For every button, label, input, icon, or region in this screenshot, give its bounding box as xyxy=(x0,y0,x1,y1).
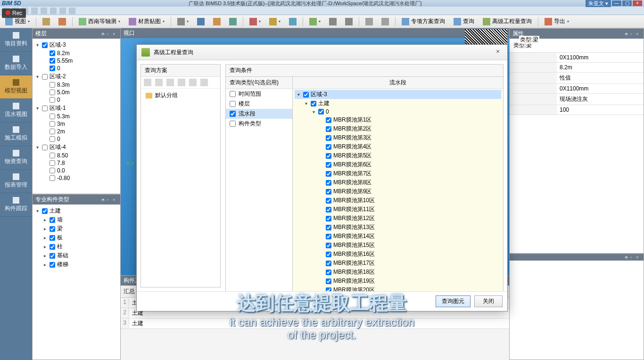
tree-row[interactable]: MBR膜池第13区 xyxy=(295,223,501,232)
floor-tree[interactable]: ▾区域-38.2m5.55m0▾区域-28.3m5.0m0▾区域-15.3m3m… xyxy=(33,39,120,194)
expand-icon[interactable]: ▸ xyxy=(42,262,48,267)
tree-row[interactable]: MBR膜池第20区 xyxy=(295,286,501,291)
tree-row[interactable]: MBR膜池第1区 xyxy=(295,115,501,124)
measure-button[interactable] xyxy=(39,16,53,27)
minimize-button[interactable]: — xyxy=(612,0,621,6)
tool-button[interactable] xyxy=(378,16,392,27)
tree-row[interactable]: MBR膜池第7区 xyxy=(295,169,501,178)
qa-icon[interactable] xyxy=(31,8,38,14)
default-group-item[interactable]: 默认分组 xyxy=(141,89,220,102)
dialog-titlebar[interactable]: 高级工程量查询 × xyxy=(137,45,507,60)
export-dropdown[interactable]: 导出▾ xyxy=(541,16,572,27)
tree-row[interactable]: -0.80 xyxy=(33,174,119,182)
tree-row[interactable]: MBR膜池第5区 xyxy=(295,151,501,160)
tree-checkbox[interactable] xyxy=(42,42,48,48)
tree-checkbox[interactable] xyxy=(50,58,55,64)
close-icon[interactable]: × xyxy=(636,255,641,260)
tree-row[interactable]: 8.50 xyxy=(33,152,119,159)
nav-item-0[interactable]: 项目资料 xyxy=(0,28,32,52)
tree-row[interactable]: ▾区域-1 xyxy=(33,104,119,113)
cond-checkbox[interactable] xyxy=(230,91,236,97)
tool-button[interactable]: ▾ xyxy=(266,16,284,27)
tree-checkbox[interactable] xyxy=(50,90,55,95)
down-icon[interactable] xyxy=(200,79,208,86)
tree-checkbox[interactable] xyxy=(326,252,331,257)
tree-checkbox[interactable] xyxy=(50,136,55,142)
query-button[interactable]: 查询 xyxy=(450,16,478,27)
plan-query-button[interactable]: 专项方案查询 xyxy=(398,16,448,27)
tool-button[interactable]: ▾ xyxy=(174,16,192,27)
tree-row[interactable]: ▾土建 xyxy=(33,206,119,215)
tool-button[interactable] xyxy=(286,16,300,27)
tree-checkbox[interactable] xyxy=(42,74,48,80)
tool-button[interactable] xyxy=(210,16,224,27)
dock-icon[interactable]: ▫ xyxy=(630,32,635,36)
tree-row[interactable]: MBR膜池第6区 xyxy=(295,160,501,169)
expand-icon[interactable]: ▾ xyxy=(34,208,40,213)
expand-icon[interactable]: ▸ xyxy=(42,226,48,231)
nav-item-3[interactable]: 流水视图 xyxy=(0,99,32,123)
nav-item-7[interactable]: 构件跟踪 xyxy=(0,193,32,217)
tree-checkbox[interactable] xyxy=(50,65,55,71)
tree-checkbox[interactable] xyxy=(326,126,331,132)
cond-checkbox[interactable] xyxy=(230,121,236,127)
dock-icon[interactable]: ▫ xyxy=(107,32,112,36)
property-row[interactable]: 性值 xyxy=(510,73,644,84)
new-icon[interactable] xyxy=(144,79,151,86)
nav-item-5[interactable]: 物资查询 xyxy=(0,146,32,170)
tree-checkbox[interactable] xyxy=(326,162,331,168)
tree-checkbox[interactable] xyxy=(50,153,55,158)
pin-icon[interactable]: ⬘ xyxy=(101,32,106,36)
tree-checkbox[interactable] xyxy=(50,160,55,166)
tree-row[interactable]: 0.0 xyxy=(33,167,119,174)
flow-tree[interactable]: ▾区域-3▾土建▾0MBR膜池第1区MBR膜池第2区MBR膜池第3区MBR膜池第… xyxy=(293,89,503,291)
tree-checkbox[interactable] xyxy=(326,189,331,195)
tree-row[interactable]: ▸基础 xyxy=(33,251,119,260)
tree-checkbox[interactable] xyxy=(326,153,331,159)
tree-row[interactable]: 2m xyxy=(33,128,119,135)
tree-checkbox[interactable] xyxy=(50,121,55,127)
tool-button[interactable]: ▾ xyxy=(246,16,264,27)
tree-row[interactable]: MBR膜池第10区 xyxy=(295,196,501,205)
tool-button[interactable] xyxy=(226,16,240,27)
expand-icon[interactable]: ▾ xyxy=(303,101,309,106)
tree-checkbox[interactable] xyxy=(42,106,48,111)
expand-icon[interactable]: ▸ xyxy=(42,244,48,249)
tree-checkbox[interactable] xyxy=(303,92,309,98)
expand-icon[interactable]: ▾ xyxy=(34,74,40,79)
tree-checkbox[interactable] xyxy=(326,243,331,248)
user-menu[interactable]: 朱亚文 ▾ xyxy=(586,0,611,7)
pin-icon[interactable]: ⬘ xyxy=(625,32,629,36)
tool-button[interactable] xyxy=(326,16,340,27)
tree-row[interactable]: MBR膜池第11区 xyxy=(295,205,501,214)
pin-icon[interactable]: ⬘ xyxy=(625,255,629,260)
property-row[interactable]: 现场浇注灰 xyxy=(510,94,644,105)
save-icon[interactable] xyxy=(166,79,174,86)
close-button[interactable]: × xyxy=(633,0,642,6)
tree-row[interactable]: ▾土建 xyxy=(295,99,501,108)
tree-checkbox[interactable] xyxy=(326,216,331,221)
tree-checkbox[interactable] xyxy=(326,198,331,204)
tree-checkbox[interactable] xyxy=(50,235,55,241)
tree-row[interactable]: ▸梁 xyxy=(33,224,119,233)
tree-row[interactable]: 0 xyxy=(33,65,119,72)
cond-checkbox[interactable] xyxy=(230,101,236,107)
tree-checkbox[interactable] xyxy=(50,262,55,268)
tree-checkbox[interactable] xyxy=(50,168,55,173)
table-row[interactable]: 3土建 xyxy=(121,319,509,329)
tool-button[interactable]: ▾ xyxy=(306,16,324,27)
tool-button[interactable] xyxy=(362,16,376,27)
dialog-close-button[interactable]: × xyxy=(493,48,503,57)
up-icon[interactable] xyxy=(189,79,197,86)
copy-icon[interactable] xyxy=(155,79,163,86)
maximize-button[interactable]: ▢ xyxy=(622,0,632,6)
tree-row[interactable]: 5.0m xyxy=(33,89,119,96)
tree-checkbox[interactable] xyxy=(50,253,55,259)
close-button[interactable]: 关闭 xyxy=(474,295,503,307)
tree-checkbox[interactable] xyxy=(326,117,331,123)
tree-row[interactable]: ▸柱 xyxy=(33,242,119,251)
nav-item-4[interactable]: 施工模拟 xyxy=(0,123,32,146)
tree-row[interactable]: MBR膜池第4区 xyxy=(295,142,501,151)
properties-body[interactable]: 类型:梁 0X1100mm8.2m性值0X1100mm现场浇注灰100 xyxy=(510,39,644,253)
expand-icon[interactable]: ▸ xyxy=(42,235,48,240)
